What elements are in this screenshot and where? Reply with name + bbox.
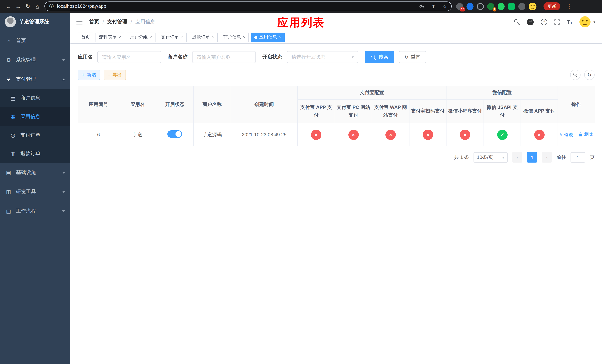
- tab-app-info[interactable]: 应用信息 ×: [251, 32, 285, 42]
- toolbox-icon: ◫: [5, 189, 12, 195]
- refresh-table-button[interactable]: ↻: [584, 70, 595, 80]
- merchant-name-label: 商户名称: [168, 54, 188, 60]
- search-icon: [371, 54, 376, 59]
- close-icon[interactable]: ×: [279, 35, 281, 39]
- hide-search-button[interactable]: [570, 70, 580, 80]
- github-icon[interactable]: [527, 18, 534, 25]
- sidebar-item-workflow[interactable]: ▧ 工作流程: [0, 202, 70, 221]
- address-bar[interactable]: ⓘ localhost:1024/pay/app ↥ ☆: [44, 1, 452, 11]
- sidebar-item-system[interactable]: ⚙ 系统管理: [0, 50, 70, 70]
- extension-icon-7[interactable]: [518, 3, 525, 10]
- status-toggle[interactable]: [167, 130, 182, 138]
- home-icon[interactable]: ⌂: [32, 1, 42, 11]
- url-text[interactable]: localhost:1024/pay/app: [57, 4, 412, 9]
- user-avatar[interactable]: [580, 16, 591, 27]
- alipay-qr-status-icon: ×: [423, 129, 433, 140]
- extension-icon-4[interactable]: 1: [487, 3, 494, 10]
- font-size-icon[interactable]: TT: [567, 19, 572, 25]
- prev-page-button[interactable]: ‹: [512, 152, 522, 162]
- tab-payment-order[interactable]: 支付订单 ×: [158, 32, 187, 42]
- status-select[interactable]: 请选择开启状态 ▾: [287, 51, 358, 63]
- yen-icon: ¥: [5, 76, 12, 82]
- page-1-button[interactable]: 1: [527, 152, 537, 162]
- breadcrumb-home[interactable]: 首页: [89, 19, 99, 25]
- help-icon[interactable]: ?: [541, 19, 547, 25]
- merchant-name-input[interactable]: [192, 51, 256, 63]
- edit-button[interactable]: ✎ 修改: [559, 132, 573, 138]
- tab-label: 商户信息: [223, 34, 241, 40]
- close-icon[interactable]: ×: [118, 35, 121, 39]
- share-icon[interactable]: ↥: [431, 3, 436, 9]
- sidebar-item-label: 系统管理: [16, 57, 36, 63]
- payment-submenu: ▤ 商户信息 ▦ 应用信息 ◷ 支付订单 ▥ 退款订单: [0, 89, 70, 163]
- close-icon[interactable]: ×: [243, 35, 246, 39]
- back-icon[interactable]: ←: [4, 1, 13, 11]
- extension-icon-1[interactable]: 10: [456, 3, 463, 10]
- tab-home[interactable]: 首页: [78, 32, 93, 42]
- avatar-caret-icon[interactable]: ▾: [593, 20, 595, 24]
- edit-button-label: 修改: [564, 132, 573, 138]
- reload-icon[interactable]: ↻: [23, 1, 32, 11]
- document-icon: ▥: [10, 151, 16, 157]
- col-header-status: 开启状态: [156, 86, 194, 123]
- forward-icon[interactable]: →: [13, 1, 23, 11]
- tab-refund-order[interactable]: 退款订单 ×: [189, 32, 218, 42]
- col-header-app-id: 应用编号: [78, 86, 119, 123]
- gear-icon: ⚙: [5, 57, 12, 63]
- sidebar-item-app-info[interactable]: ▦ 应用信息: [0, 107, 70, 126]
- sidebar-item-payment[interactable]: ¥ 支付管理: [0, 70, 70, 89]
- monitor-icon: ▣: [5, 170, 12, 175]
- close-icon[interactable]: ×: [150, 35, 152, 39]
- browser-update-button[interactable]: 更新: [544, 2, 560, 10]
- password-key-icon[interactable]: [419, 4, 424, 9]
- add-button-label: 新增: [87, 72, 96, 78]
- sidebar-item-merchant-info[interactable]: ▤ 商户信息: [0, 89, 70, 107]
- goto-page-input[interactable]: [570, 152, 585, 162]
- search-icon[interactable]: [514, 19, 520, 25]
- order-icon: ◷: [10, 132, 16, 138]
- col-header-wx-app: 微信 APP 支付: [521, 99, 558, 123]
- app-name-input[interactable]: [97, 51, 161, 63]
- refresh-icon: ↻: [405, 55, 408, 59]
- fullscreen-icon[interactable]: [554, 19, 560, 25]
- add-button[interactable]: + 新增: [78, 70, 100, 80]
- tab-process-form[interactable]: 流程表单 ×: [96, 32, 124, 42]
- breadcrumb-separator: /: [103, 19, 104, 25]
- delete-button[interactable]: 删除: [579, 131, 593, 137]
- sidebar-item-payment-orders[interactable]: ◷ 支付订单: [0, 126, 70, 144]
- reset-button[interactable]: ↻ 重置: [398, 51, 426, 63]
- site-info-icon[interactable]: ⓘ: [49, 3, 54, 10]
- col-header-alipay-app: 支付宝 APP 支付: [298, 99, 335, 123]
- sidebar-item-infrastructure[interactable]: ▣ 基础设施: [0, 163, 70, 182]
- close-icon[interactable]: ×: [181, 35, 183, 39]
- close-icon[interactable]: ×: [212, 35, 214, 39]
- page-size-select[interactable]: 10条/页 ▾: [473, 152, 508, 162]
- breadcrumb-payment[interactable]: 支付管理: [107, 19, 127, 25]
- browser-profile-avatar[interactable]: [529, 2, 537, 10]
- alipay-pc-status-icon: ×: [348, 129, 359, 140]
- col-header-app-name: 应用名: [119, 86, 156, 123]
- col-header-alipay-wap: 支付宝 WAP 网站支付: [372, 99, 409, 123]
- tab-label: 退款订单: [192, 34, 210, 40]
- tab-label: 用户分组: [130, 34, 148, 40]
- next-page-button[interactable]: ›: [542, 152, 552, 162]
- sidebar-item-refund-orders[interactable]: ▥ 退款订单: [0, 144, 70, 163]
- export-button[interactable]: ↓ 导出: [104, 70, 126, 80]
- extension-icon-5[interactable]: [498, 3, 505, 10]
- browser-menu-icon[interactable]: ⋮: [567, 3, 572, 10]
- extension-icon-3[interactable]: [477, 3, 484, 10]
- extension-icon-2[interactable]: [466, 3, 473, 10]
- sidebar-item-label: 研发工具: [16, 189, 36, 195]
- extension-icon-6[interactable]: [508, 3, 515, 10]
- sidebar-item-dev-tools[interactable]: ◫ 研发工具: [0, 182, 70, 202]
- tab-user-group[interactable]: 用户分组 ×: [127, 32, 155, 42]
- plus-icon: +: [82, 72, 85, 77]
- tab-merchant-info[interactable]: 商户信息 ×: [220, 32, 249, 42]
- sidebar-item-home[interactable]: ◔ 首页: [0, 31, 70, 50]
- sidebar-toggle-icon[interactable]: [76, 20, 83, 24]
- bookmark-star-icon[interactable]: ☆: [443, 3, 447, 9]
- sidebar-item-label: 支付订单: [20, 132, 40, 139]
- search-button[interactable]: 搜索: [365, 51, 394, 63]
- col-header-alipay-qr: 支付宝扫码支付: [409, 99, 446, 123]
- breadcrumb-separator: /: [131, 19, 132, 25]
